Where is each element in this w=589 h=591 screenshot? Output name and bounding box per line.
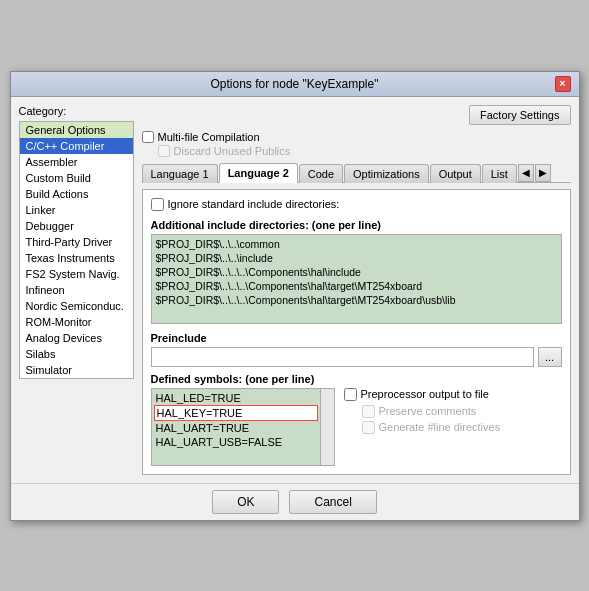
close-button[interactable]: × bbox=[555, 76, 571, 92]
sidebar-item-custom-build[interactable]: Custom Build bbox=[20, 170, 133, 186]
symbol-hal-led: HAL_LED=TRUE bbox=[154, 391, 318, 405]
sidebar-item-c-cpp-compiler[interactable]: C/C++ Compiler bbox=[20, 138, 133, 154]
dir-item-4: $PROJ_DIR$\..\..\..\Components\hal\targe… bbox=[154, 293, 545, 307]
sidebar-item-simulator[interactable]: Simulator bbox=[20, 362, 133, 378]
preinclude-input[interactable] bbox=[151, 347, 534, 367]
tab-list[interactable]: List bbox=[482, 164, 517, 183]
sidebar-item-general-options[interactable]: General Options bbox=[20, 122, 133, 138]
close-icon: × bbox=[560, 78, 566, 89]
symbols-scrollbar[interactable] bbox=[321, 388, 335, 466]
main-window: Options for node "KeyExample" × Category… bbox=[10, 71, 580, 521]
preserve-comments-checkbox[interactable] bbox=[362, 405, 375, 418]
tab-output[interactable]: Output bbox=[430, 164, 481, 183]
sidebar-item-fs2[interactable]: FS2 System Navig. bbox=[20, 266, 133, 282]
tab-optimizations[interactable]: Optimizations bbox=[344, 164, 429, 183]
sidebar-item-build-actions[interactable]: Build Actions bbox=[20, 186, 133, 202]
multi-file-checkbox[interactable] bbox=[142, 131, 154, 143]
dir-item-0: $PROJ_DIR$\..\..\common bbox=[154, 237, 545, 251]
symbol-hal-uart-usb: HAL_UART_USB=FALSE bbox=[154, 435, 318, 449]
ignore-std-label: Ignore standard include directories: bbox=[168, 198, 340, 210]
sidebar-item-assembler[interactable]: Assembler bbox=[20, 154, 133, 170]
preinclude-row: ... bbox=[151, 347, 562, 367]
sidebar-item-infineon[interactable]: Infineon bbox=[20, 282, 133, 298]
cancel-button[interactable]: Cancel bbox=[289, 490, 376, 514]
preprocessor-options: Preprocessor output to file Preserve com… bbox=[344, 388, 562, 434]
additional-includes-label: Additional include directories: (one per… bbox=[151, 219, 562, 231]
discard-unused-row: Discard Unused Publics bbox=[158, 145, 571, 157]
sidebar-item-silabs[interactable]: Silabs bbox=[20, 346, 133, 362]
preproc-sub-options: Preserve comments Generate #line directi… bbox=[362, 405, 562, 434]
top-options: Multi-file Compilation Discard Unused Pu… bbox=[142, 131, 571, 157]
tab-code[interactable]: Code bbox=[299, 164, 343, 183]
sidebar-item-linker[interactable]: Linker bbox=[20, 202, 133, 218]
defined-symbols-label: Defined symbols: (one per line) bbox=[151, 373, 562, 385]
preproc-output-row: Preprocessor output to file bbox=[344, 388, 562, 401]
directories-container: $PROJ_DIR$\..\..\common $PROJ_DIR$\..\..… bbox=[151, 234, 562, 324]
symbol-hal-uart: HAL_UART=TRUE bbox=[154, 421, 318, 435]
factory-settings-row: Factory Settings bbox=[142, 105, 571, 125]
preinclude-label: Preinclude bbox=[151, 332, 562, 344]
ignore-std-row: Ignore standard include directories: bbox=[151, 198, 562, 211]
preinclude-browse-button[interactable]: ... bbox=[538, 347, 562, 367]
footer: OK Cancel bbox=[11, 483, 579, 520]
multi-file-label: Multi-file Compilation bbox=[158, 131, 260, 143]
directory-list[interactable]: $PROJ_DIR$\..\..\common $PROJ_DIR$\..\..… bbox=[151, 234, 562, 324]
symbols-list[interactable]: HAL_LED=TRUE HAL_KEY=TRUE HAL_UART=TRUE … bbox=[151, 388, 321, 466]
title-bar: Options for node "KeyExample" × bbox=[11, 72, 579, 97]
generate-directives-label: Generate #line directives bbox=[379, 421, 501, 433]
preserve-comments-row: Preserve comments bbox=[362, 405, 562, 418]
generate-directives-row: Generate #line directives bbox=[362, 421, 562, 434]
window-title: Options for node "KeyExample" bbox=[35, 77, 555, 91]
sidebar-list: General Options C/C++ Compiler Assembler… bbox=[19, 121, 134, 379]
factory-settings-button[interactable]: Factory Settings bbox=[469, 105, 570, 125]
sidebar-item-rom-monitor[interactable]: ROM-Monitor bbox=[20, 314, 133, 330]
sidebar-item-texas[interactable]: Texas Instruments bbox=[20, 250, 133, 266]
sidebar-item-third-party[interactable]: Third-Party Driver bbox=[20, 234, 133, 250]
preproc-output-label: Preprocessor output to file bbox=[361, 388, 489, 400]
defined-symbols-row: HAL_LED=TRUE HAL_KEY=TRUE HAL_UART=TRUE … bbox=[151, 388, 562, 466]
tab-next-button[interactable]: ▶ bbox=[535, 164, 551, 182]
category-label: Category: bbox=[19, 105, 134, 117]
window-body: Category: General Options C/C++ Compiler… bbox=[11, 97, 579, 483]
dir-item-1: $PROJ_DIR$\..\..\include bbox=[154, 251, 545, 265]
main-panel: Factory Settings Multi-file Compilation … bbox=[142, 105, 571, 475]
symbols-container: HAL_LED=TRUE HAL_KEY=TRUE HAL_UART=TRUE … bbox=[151, 388, 336, 466]
ok-button[interactable]: OK bbox=[212, 490, 279, 514]
tab-content: Ignore standard include directories: Add… bbox=[142, 189, 571, 475]
sidebar-item-debugger[interactable]: Debugger bbox=[20, 218, 133, 234]
sidebar-item-nordic[interactable]: Nordic Semiconduc. bbox=[20, 298, 133, 314]
symbol-hal-key: HAL_KEY=TRUE bbox=[154, 405, 318, 421]
ignore-std-checkbox[interactable] bbox=[151, 198, 164, 211]
tab-language2[interactable]: Language 2 bbox=[219, 163, 298, 183]
dir-item-3: $PROJ_DIR$\..\..\..\Components\hal\targe… bbox=[154, 279, 545, 293]
preserve-comments-label: Preserve comments bbox=[379, 405, 477, 417]
dir-item-2: $PROJ_DIR$\..\..\..\Components\hal\inclu… bbox=[154, 265, 545, 279]
tab-bar: Language 1 Language 2 Code Optimizations… bbox=[142, 163, 571, 183]
sidebar-item-analog[interactable]: Analog Devices bbox=[20, 330, 133, 346]
preproc-output-checkbox[interactable] bbox=[344, 388, 357, 401]
category-sidebar: Category: General Options C/C++ Compiler… bbox=[19, 105, 134, 475]
tab-prev-button[interactable]: ◀ bbox=[518, 164, 534, 182]
discard-unused-checkbox[interactable] bbox=[158, 145, 170, 157]
discard-unused-label: Discard Unused Publics bbox=[174, 145, 291, 157]
generate-directives-checkbox[interactable] bbox=[362, 421, 375, 434]
tab-language1[interactable]: Language 1 bbox=[142, 164, 218, 183]
multi-file-row: Multi-file Compilation bbox=[142, 131, 571, 143]
